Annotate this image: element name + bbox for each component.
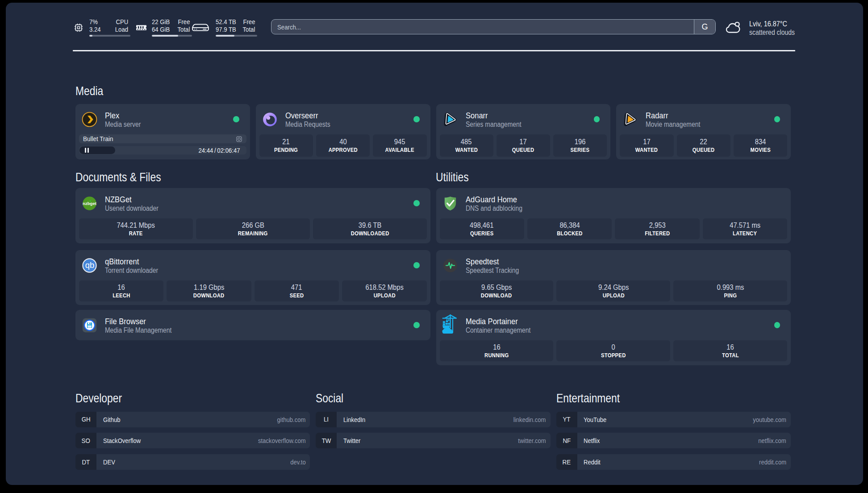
svg-text:nzbget: nzbget [83,201,97,206]
svg-text:qb: qb [85,260,94,270]
